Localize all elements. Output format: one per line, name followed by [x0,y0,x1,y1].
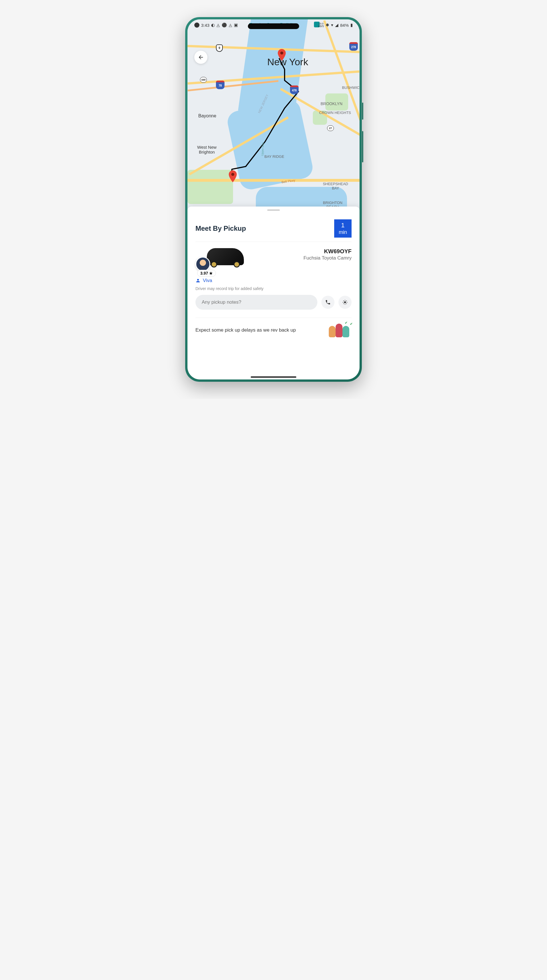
status-app-icon-2: ◐ [211,22,215,28]
status-left: 3:43 ◐ ◬ ⚫ ◬ ▣ [194,22,238,28]
check-icon: ✔ [350,322,353,326]
status-right: 19.0KB/S ✱ ▾ ◢ 84% ▮ [318,22,353,28]
status-time: 3:43 [201,23,209,28]
check-icon-2: ✔ [345,321,348,325]
battery-icon: ▮ [350,22,353,28]
map-park-2 [188,170,233,204]
svg-point-2 [344,301,346,304]
home-indicator[interactable] [251,376,296,378]
svg-point-0 [280,52,283,55]
driver-name-row[interactable]: Viva [196,278,351,283]
map-road-belt [188,179,359,182]
status-app-icon [194,22,199,28]
pickup-header: Meet By Pickup 1 min [196,220,351,238]
vehicle-info: KW69OYF Fuchsia Toyota Camry [304,248,351,261]
status-app-icon-5: ◬ [229,22,232,28]
car-wheel-front [211,261,217,267]
phone-frame: 3:43 ◐ ◬ ⚫ ◬ ▣ 19.0KB/S ✱ ▾ ◢ 84% ▮ [185,17,362,382]
map-background: New York Bayonne West New Brighton BAY R… [188,19,359,221]
shield-us9: 9 [216,45,223,52]
person-icon [196,278,200,283]
notes-row [196,295,351,310]
status-network: 19.0KB/S [318,22,324,28]
svg-line-7 [343,301,344,301]
phone-screen: 3:43 ◐ ◬ ⚫ ◬ ▣ 19.0KB/S ✱ ▾ ◢ 84% ▮ [188,19,359,379]
people-illustration: ✔ ✔ [329,323,351,337]
map-view[interactable]: New York Bayonne West New Brighton BAY R… [188,19,359,221]
star-icon: ★ [209,271,213,275]
shield-27: 27 [327,125,334,131]
map-label-main: New York [267,56,308,67]
eta-unit: min [339,229,347,235]
bluetooth-icon: ✱ [326,22,329,28]
pickup-title: Meet By Pickup [196,224,246,232]
status-app-icon-6: ▣ [234,22,238,28]
driver-info-row: 3.97 ★ KW69OYF Fuchsia Toyota Camry [196,248,351,274]
vehicle-description: Fuchsia Toyota Camry [304,255,351,261]
map-label-wnb: West New Brighton [197,145,216,154]
svg-line-9 [343,304,344,304]
shield-i78: 78 [216,81,224,89]
delay-notice-row: Expect some pick up delays as we rev bac… [196,318,351,337]
person-illus-2 [336,324,342,337]
map-label-bayonne: Bayonne [198,113,216,119]
driver-rating: 3.97 ★ [197,270,216,277]
eta-value: 1 [339,222,347,229]
map-label-bushwick: BUSHWIC [342,86,359,90]
person-illus-3 [342,326,349,337]
back-button[interactable] [194,51,207,64]
rating-value: 3.97 [200,271,208,275]
bottom-sheet: Meet By Pickup 1 min [188,207,359,379]
safety-note: Driver may record trip for added safety [196,286,351,291]
car-image [207,248,244,265]
map-pin-origin[interactable] [229,170,237,182]
car-wheel-rear [234,261,240,267]
brightness-icon [342,299,348,305]
phone-icon [325,299,331,305]
arrow-left-icon [198,54,204,60]
call-driver-button[interactable] [321,296,334,309]
delay-message: Expect some pick up delays as we rev bac… [196,327,329,334]
svg-line-10 [346,301,347,301]
pickup-notes-input[interactable] [196,295,317,310]
map-label-crown: CROWN HEIGHTS [319,111,351,115]
shield-i478: 478 [290,86,299,94]
wifi-icon: ▾ [331,22,333,28]
shield-440: 440 [200,77,207,83]
map-label-bayridge: BAY RIDGE [264,154,284,159]
status-app-icon-3: ◬ [216,22,220,28]
driver-name: Viva [203,278,212,283]
map-label-upperbay: Upper Bay [261,142,264,156]
divider-1 [196,242,351,242]
driver-avatar[interactable] [196,257,210,272]
map-label-brooklyn: BROOKLYN [321,102,342,106]
driver-visual: 3.97 ★ [196,248,241,274]
person-illus-1 [329,326,336,337]
side-button-2 [362,131,363,162]
notch [248,23,299,29]
eta-badge: 1 min [334,220,351,238]
map-label-sheepshead: SHEEPSHEAD BAY [323,182,348,190]
sheet-drag-handle[interactable] [267,209,280,211]
license-plate: KW69OYF [304,248,351,255]
side-button-1 [362,103,363,120]
svg-line-8 [346,304,347,304]
signal-icon: ◢ [335,22,339,28]
brightness-button[interactable] [339,296,351,309]
battery-percent: 84% [340,23,349,28]
shield-i278-a: 278 [349,42,358,51]
status-app-icon-4: ⚫ [222,22,227,28]
svg-point-1 [231,173,234,176]
